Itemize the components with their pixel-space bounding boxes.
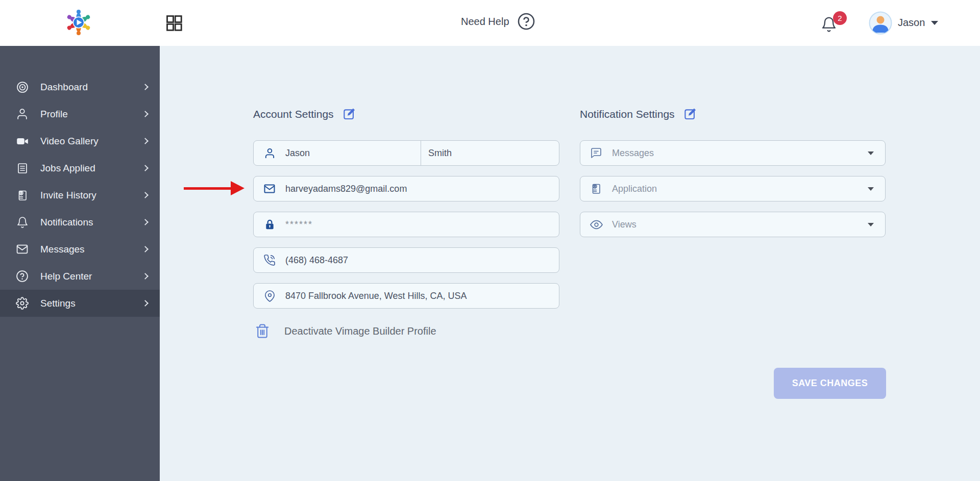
address-input[interactable] [285,284,559,308]
location-pin-icon [254,290,285,302]
sidebar-item-label: Profile [40,109,143,120]
edit-notification-settings-icon[interactable] [683,107,697,121]
user-name[interactable]: Jason [898,17,925,29]
sidebar-item-messages[interactable]: Messages [0,236,160,263]
caret-down-icon [868,187,874,191]
dropdown-label: Messages [612,148,868,159]
resume-person-icon [15,188,29,202]
top-header: Need Help 2 Jason [0,0,980,46]
chevron-right-icon [142,300,149,307]
first-name-cell [254,141,421,165]
lock-icon [254,219,285,231]
account-settings-header: Account Settings [253,107,356,121]
views-dropdown[interactable]: Views [580,212,886,237]
last-name-cell [421,141,559,165]
dashboard-target-icon [15,80,29,94]
password-field-row [253,212,559,237]
video-camera-icon [15,134,29,148]
question-circle-icon [15,269,29,283]
eye-icon [580,218,612,231]
edit-account-settings-icon[interactable] [342,107,356,121]
chevron-right-icon [142,111,149,117]
chevron-right-icon [142,273,149,280]
chevron-right-icon [142,84,149,90]
sidebar-item-notifications[interactable]: Notifications [0,209,160,236]
phone-input[interactable] [285,248,559,272]
notification-count-badge: 2 [833,11,847,25]
notification-settings-title: Notification Settings [580,108,675,120]
name-fields-row [253,140,559,166]
trash-icon [255,323,270,339]
app-logo-icon [65,7,92,38]
sidebar-item-label: Settings [40,298,143,309]
sidebar-item-label: Video Gallery [40,136,143,147]
document-list-icon [15,161,29,175]
chevron-right-icon [142,138,149,144]
annotation-arrow-shaft [184,187,232,190]
first-name-input[interactable] [285,141,421,165]
password-input[interactable] [285,212,559,237]
phone-field-row [253,247,559,273]
resume-person-icon [580,183,612,195]
user-menu-caret-icon[interactable] [931,21,938,25]
gear-icon [15,296,29,310]
sidebar-item-label: Invite History [40,190,143,201]
sidebar-item-label: Help Center [40,271,143,282]
sidebar-item-label: Jobs Applied [40,163,143,174]
sidebar-item-jobs-applied[interactable]: Jobs Applied [0,155,160,182]
address-field-row [253,283,559,309]
save-changes-button[interactable]: SAVE CHANGES [774,368,886,399]
email-field-row [253,176,559,201]
sidebar-item-profile[interactable]: Profile [0,100,160,128]
sidebar-item-label: Notifications [40,217,143,228]
sidebar-item-settings[interactable]: Settings [0,290,160,317]
phone-icon [254,254,285,266]
annotation-arrow [184,181,245,195]
chevron-right-icon [142,165,149,171]
deactivate-profile-label: Deactivate Vimage Builder Profile [284,325,436,337]
sidebar-item-label: Dashboard [40,82,143,93]
user-avatar[interactable] [869,11,892,35]
apps-grid-icon[interactable] [165,14,183,32]
need-help-label: Need Help [461,16,509,28]
chat-bubble-icon [580,147,612,159]
account-settings-title: Account Settings [253,108,334,120]
user-icon [254,147,285,159]
settings-page: Need Help 2 Jason [0,0,980,481]
annotation-arrow-head [231,181,244,195]
sidebar-item-help-center[interactable]: Help Center [0,263,160,290]
deactivate-profile[interactable]: Deactivate Vimage Builder Profile [255,323,436,339]
bell-icon [15,215,29,229]
chevron-right-icon [142,219,149,225]
dropdown-label: Views [612,219,868,230]
notification-settings-header: Notification Settings [580,107,697,121]
notifications-bell[interactable]: 2 [821,12,849,38]
sidebar-item-dashboard[interactable]: Dashboard [0,73,160,100]
application-dropdown[interactable]: Application [580,176,886,201]
sidebar-item-video-gallery[interactable]: Video Gallery [0,128,160,155]
need-help[interactable]: Need Help [461,12,535,31]
help-question-icon[interactable] [517,12,535,31]
dropdown-label: Application [612,184,868,194]
sidebar-item-invite-history[interactable]: Invite History [0,182,160,209]
caret-down-icon [868,151,874,155]
chevron-right-icon [142,192,149,198]
envelope-icon [15,242,29,256]
last-name-input[interactable] [421,141,559,165]
sidebar-item-label: Messages [40,244,143,255]
sidebar: Dashboard Profile Video Gallery Jobs App… [0,46,160,481]
caret-down-icon [868,223,874,226]
main-content: Account Settings Notification Settings [160,46,980,481]
messages-dropdown[interactable]: Messages [580,140,886,166]
envelope-icon [254,183,285,195]
chevron-right-icon [142,246,149,252]
profile-user-icon [15,107,29,121]
email-input[interactable] [285,176,559,201]
